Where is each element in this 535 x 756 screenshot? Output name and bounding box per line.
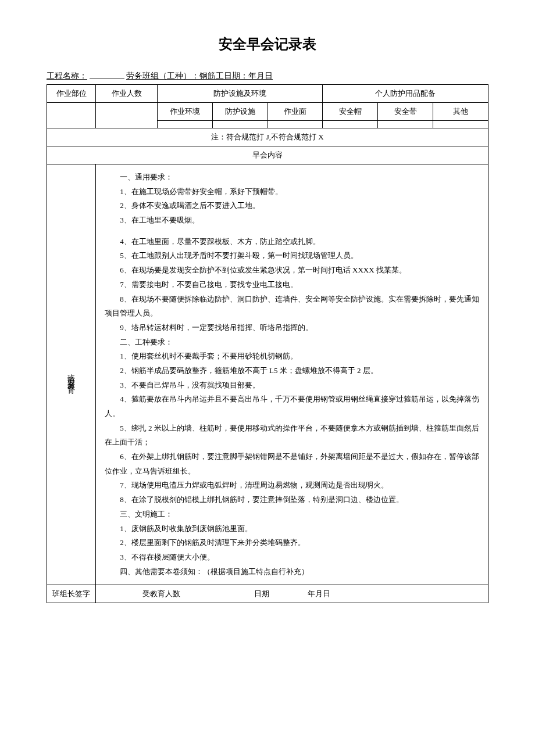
th-work-count: 作业人数 (96, 85, 157, 103)
item-1-5: 5、在工地跟别人出现矛盾时不要打架斗殴，第一时间找现场管理人员。 (105, 249, 479, 263)
item-2-2: 2、钢筋半成品要码放整齐，箍筋堆放不高于 L5 米；盘螺堆放不得高于 2 层。 (105, 364, 479, 378)
section4-title: 四、其他需要本卷须知：（根据项目施工特点自行补充） (105, 565, 479, 579)
item-2-4: 4、箍筋要放在吊斗内吊运并且不要高出吊斗，千万不要使用钢管或用钢丝绳直接穿过箍筋… (105, 392, 479, 421)
cell-protection-facility[interactable] (212, 121, 268, 128)
th-work-position: 作业部位 (47, 85, 96, 103)
content-cell: 一、通用要求： 1、在施工现场必需带好安全帽，系好下预帽带。 2、身体不安逸或喝… (96, 164, 488, 585)
cell-work-count[interactable] (96, 103, 157, 128)
item-2-1: 1、使用套丝机时不要戴手套；不要用砂轮机切钢筋。 (105, 349, 479, 364)
item-3-1: 1、废钢筋及时收集放到废钢筋池里面。 (105, 522, 479, 536)
item-1-8: 8、在现场不要随便拆除临边防护、洞口防护、连墙件、安全网等安全防护设施。实在需要… (105, 292, 479, 321)
th-other: 其他 (433, 103, 488, 121)
note-row: 注：符合规范打 J,不符合规范打 X (47, 128, 488, 146)
item-2-7: 7、现场使用电渣压力焊或电弧焊时，清理周边易燃物，观测周边是否出现明火。 (105, 478, 479, 493)
cell-other[interactable] (433, 121, 488, 128)
th-work-surface: 作业面 (268, 103, 323, 121)
educated-count-label: 受教育人数 (142, 589, 180, 598)
header-line: 工程名称： 劳务班组（工种）：钢筋工日期：年月日 (47, 71, 488, 81)
project-label: 工程名称： (47, 71, 87, 80)
cell-belt[interactable] (378, 121, 433, 128)
item-2-8: 8、在涂了脱模剂的铝模上绑扎钢筋时，要注意摔倒坠落，特别是洞口边、楼边位置。 (105, 493, 479, 507)
leader-sign-label: 班组长签字 (47, 585, 96, 603)
date-value: 年月日 (308, 589, 330, 598)
cell-work-env[interactable] (157, 121, 212, 128)
th-helmet: 安全帽 (323, 103, 378, 121)
th-belt: 安全带 (378, 103, 433, 121)
item-3-3: 3、不得在楼层随便大小便。 (105, 550, 479, 565)
education-label: 班前安全教育 (47, 164, 96, 585)
page-title: 安全早会记录表 (47, 35, 488, 53)
th-work-env: 作业环境 (157, 103, 212, 121)
cell-work-position[interactable] (47, 103, 96, 128)
meeting-content-label: 早会内容 (47, 146, 488, 164)
item-2-5: 5、绑扎 2 米以上的墙、柱筋时，要使用移动式的操作平台，不要随便拿木方或钢筋插… (105, 421, 479, 450)
th-ppe: 个人防护用品配备 (323, 85, 488, 103)
item-1-2: 2、身体不安逸或喝酒之后不要进入工地。 (105, 199, 479, 213)
item-1-9: 9、塔吊转运材料时，一定要找塔吊指挥、听塔吊指挥的。 (105, 321, 479, 335)
footer-row: 受教育人数 日期 年月日 (96, 585, 488, 603)
item-1-4: 4、在工地里面，尽量不要踩模板、木方，防止踏空或扎脚。 (105, 235, 479, 249)
item-2-6: 6、在外架上绑扎钢筋时，要注意脚手架钢钳网是不是铺好，外架离墙间距是不是过大，假… (105, 450, 479, 478)
section2-title: 二、工种要求： (105, 335, 479, 350)
item-2-3: 3、不要自己焊吊斗，没有就找项目部要。 (105, 378, 479, 393)
th-protection-facility: 防护设施 (212, 103, 268, 121)
cell-helmet[interactable] (323, 121, 378, 128)
item-1-6: 6、在现场要是发现安全防护不到位或发生紧急状况，第一时间打电话 XXXX 找某某… (105, 263, 479, 278)
th-protection-env: 防护设施及环境 (157, 85, 323, 103)
main-table: 作业部位 作业人数 防护设施及环境 个人防护用品配备 作业环境 防护设施 作业面… (47, 84, 488, 603)
item-1-7: 7、需要接电时，不要自己接电，要找专业电工接电。 (105, 278, 479, 292)
team-label: 劳务班组（工种）：钢筋工日期：年月日 (126, 71, 273, 80)
date-label: 日期 (254, 589, 269, 598)
item-1-1: 1、在施工现场必需带好安全帽，系好下预帽带。 (105, 185, 479, 199)
section1-title: 一、通用要求： (105, 170, 479, 185)
item-1-3: 3、在工地里不要吸烟。 (105, 213, 479, 228)
cell-work-surface[interactable] (268, 121, 323, 128)
section3-title: 三、文明施工： (105, 507, 479, 522)
item-3-2: 2、楼层里面剩下的钢筋及时清理下来并分类堆码整齐。 (105, 536, 479, 550)
project-value[interactable] (90, 78, 124, 78)
